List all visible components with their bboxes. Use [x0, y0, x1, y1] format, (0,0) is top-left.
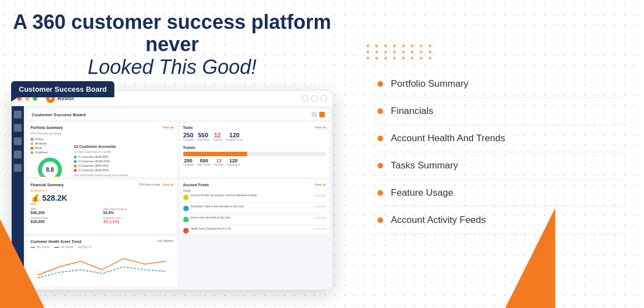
dash-header-icons	[301, 95, 327, 102]
today-label: Today	[183, 189, 326, 192]
account-feeds-card: Account Feeds View all Today Account ISL…	[180, 180, 330, 234]
feature-label-2: Account Health And Trends	[391, 133, 505, 144]
decoration-dot	[393, 57, 396, 59]
nav-icon-2[interactable]	[14, 124, 22, 132]
financial-main-label: $1M ACV	[31, 189, 174, 192]
decoration-dot	[375, 44, 378, 47]
nav-icon-5[interactable]	[14, 164, 22, 172]
nav-icon-1[interactable]	[14, 111, 22, 118]
legend-strong: Strong	[31, 137, 69, 141]
decoration-dot	[402, 57, 405, 59]
portfolio-left: Strong Moderate	[31, 137, 69, 177]
customer-item-3: 3 Customers ($5M ARR)	[74, 164, 174, 167]
accounts-title: 12 Customer Accounts	[74, 145, 174, 148]
decoration-dot	[411, 44, 414, 47]
ticket-metric-total: 550 Total Tickets	[197, 158, 211, 166]
health-trend-period: Last 3 Months	[157, 240, 173, 244]
feature-label-3: Tasks Summary	[391, 160, 458, 171]
nav-icon-3[interactable]	[14, 137, 22, 145]
headline-line1: A 360 customer success platform never	[0, 11, 344, 55]
feature-label-5: Account Activity Feeds	[391, 215, 486, 226]
dash-action-2[interactable]	[319, 112, 325, 117]
triangle-right-decoration	[505, 208, 555, 308]
health-org-avg: Org Avg: 52	[78, 246, 92, 249]
portfolio-card-title: Portfolio Summary View all	[31, 126, 174, 130]
feed-date-2: 15 Oct 2019	[314, 205, 326, 208]
legend-undefined: Undefined	[31, 151, 69, 154]
task-metric-overdue: 12 Overdue	[213, 132, 222, 141]
financial-cell-arr-target: ARR Target Achieved 52.8%	[103, 208, 174, 215]
nav-icon-4[interactable]	[14, 151, 22, 158]
feature-label-0: Portfolio Summary	[391, 78, 469, 90]
portfolio-view-all[interactable]: View all	[162, 126, 173, 130]
customer-success-badge: Customer Success Board	[11, 81, 114, 97]
feed-text-3: Event is due next week at San Jose.	[191, 216, 312, 219]
decoration-dot	[420, 57, 422, 59]
dash-title-bar: Customer Success Board	[27, 110, 329, 120]
tasks-view-all[interactable]: View all	[315, 126, 326, 130]
ticket-metric-overdue: 12 Overdue	[214, 158, 224, 166]
dash-action-1[interactable]	[311, 112, 317, 117]
dash-body: Customer Success Board Portfolio Summary	[12, 106, 333, 290]
customer-item-2: 4 Customers ($10M ARR)	[74, 160, 174, 163]
customer-item-4: 3 Customers ($1M ARR)	[74, 168, 174, 172]
feeds-view-all[interactable]: View all	[315, 183, 326, 187]
legend-dot-undefined	[31, 151, 33, 154]
donut-value: 8.8	[46, 167, 54, 173]
decoration-dot	[366, 44, 369, 47]
decoration-dot	[384, 44, 387, 47]
decoration-dot	[429, 44, 431, 47]
decoration-dot	[375, 51, 378, 53]
header-icon-1[interactable]	[301, 95, 308, 102]
decoration-dot	[384, 51, 387, 53]
feature-label-4: Feature Usage	[391, 187, 453, 198]
ytd-label: YTD (Year to date)	[139, 183, 160, 186]
customer-dot-3	[74, 165, 77, 167]
dash-grid: Portfolio Summary View all 67% Accounts …	[27, 122, 329, 287]
decoration-dot	[366, 57, 369, 59]
triangle-left-decoration	[0, 219, 44, 308]
right-section: // will be rendered via JS below Portfol…	[344, 0, 644, 245]
legend-weak: Weak	[31, 146, 69, 150]
health-trend-card: Customer Health Score Trend Last 3 Month…	[27, 236, 177, 287]
feed-item-1: Account ISLAND has dropped. Visit from M…	[183, 194, 326, 203]
dashboard-frame: A Assist	[11, 90, 333, 290]
decoration-dot	[429, 57, 431, 59]
feature-item-3[interactable]: Tasks Summary	[378, 152, 622, 180]
task-metric-total: 550 Total Tasks	[197, 132, 209, 141]
decoration-dot	[429, 51, 431, 53]
feed-icon-4	[183, 228, 189, 234]
tickets-metrics: 250 Complete 550 Total Tickets	[183, 158, 326, 166]
decoration-dot	[402, 51, 405, 53]
financial-cell-mrr: MRR $40,200	[31, 208, 101, 215]
health-last-q: Last Quarter	[54, 246, 74, 249]
decoration-dot	[411, 57, 414, 59]
decoration-dot	[411, 51, 414, 53]
header-icon-3[interactable]	[320, 95, 327, 102]
decoration-dot	[366, 51, 369, 53]
ticket-metric-complete: 250 Complete	[183, 158, 194, 166]
feature-item-2[interactable]: Account Health And Trends	[378, 125, 622, 152]
feed-icon-3	[183, 217, 189, 222]
feeds-card-title: Account Feeds View all	[183, 183, 326, 187]
feature-list: Portfolio Summary Financials Account Hea…	[378, 71, 622, 234]
decoration-dot	[393, 51, 396, 53]
feature-item-4[interactable]: Feature Usage	[378, 180, 622, 207]
financial-cell-cust-churn: Customer Churn 4% (-1%)	[103, 217, 174, 223]
decoration-dot	[384, 57, 387, 59]
headline-line2: Looked This Good!	[0, 55, 344, 79]
feed-item-3: Event is due next week at San Jose. 14 O…	[183, 216, 326, 225]
accounts-subtitle: +3 New Customers in 1 month	[74, 150, 174, 153]
health-chart	[31, 250, 174, 284]
header-icon-2[interactable]	[311, 95, 318, 102]
feature-dot-4	[378, 190, 383, 196]
arr-label: ARR	[31, 202, 174, 206]
financial-view-all[interactable]: View all	[162, 183, 173, 186]
tickets-title: Tickets	[183, 146, 326, 150]
feature-item-1[interactable]: Financials	[378, 98, 622, 125]
health-trend-title: Customer Health Score Trend Last 3 Month…	[31, 240, 174, 244]
portfolio-footer: Your overall health score is strong at t…	[74, 174, 174, 177]
feature-item-0[interactable]: Portfolio Summary	[378, 71, 622, 98]
feed-item-2: SmartBrain Ticket is due next week at Sa…	[183, 205, 326, 214]
feature-item-5[interactable]: Account Activity Feeds	[378, 207, 622, 234]
